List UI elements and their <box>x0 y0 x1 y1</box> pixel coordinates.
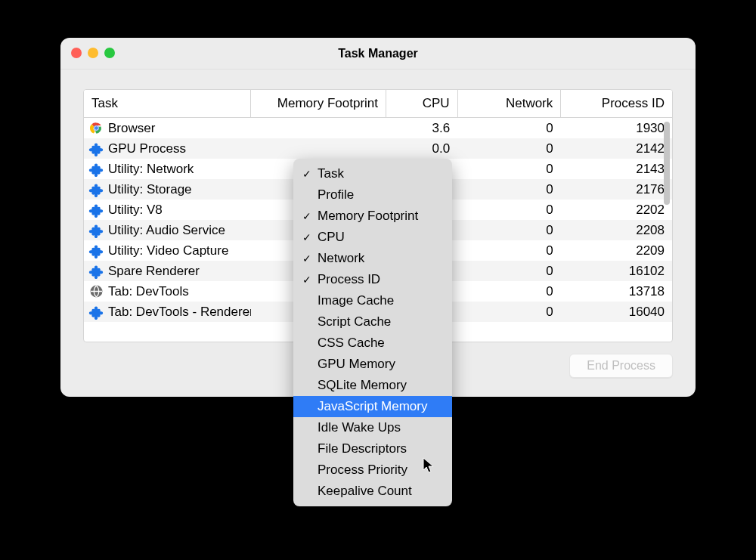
task-name: Utility: V8 <box>108 203 163 218</box>
pid-cell: 2202 <box>561 200 672 220</box>
pid-cell: 2208 <box>561 220 672 240</box>
network-cell: 0 <box>457 281 561 302</box>
menu-item-label: Task <box>318 166 344 181</box>
menu-item-label: SQLite Memory <box>318 378 407 393</box>
menu-item[interactable]: File Descriptors <box>293 438 452 459</box>
network-cell: 0 <box>457 118 561 139</box>
network-cell: 0 <box>457 302 561 322</box>
pid-cell: 2142 <box>561 138 672 159</box>
menu-item-label: Script Cache <box>318 314 391 330</box>
task-name: Spare Renderer <box>108 264 200 279</box>
globe-icon <box>88 284 104 299</box>
task-cell: Utility: Audio Service <box>84 220 251 240</box>
column-memory[interactable]: Memory Footprint <box>251 90 386 118</box>
chrome-icon <box>89 121 104 135</box>
menu-item-label: Idle Wake Ups <box>318 420 401 435</box>
column-cpu[interactable]: CPU <box>386 90 458 118</box>
task-name: GPU Process <box>108 141 186 156</box>
menu-item-label: Profile <box>318 187 354 203</box>
cpu-cell: 3.6 <box>386 118 458 139</box>
puzzle-icon <box>88 223 104 238</box>
menu-item-label: CSS Cache <box>318 336 385 351</box>
task-name: Tab: DevTools - Renderer <box>108 305 251 320</box>
task-cell: GPU Process <box>84 138 251 159</box>
traffic-lights <box>71 48 115 58</box>
menu-item[interactable]: SQLite Memory <box>293 375 452 396</box>
task-cell: Spare Renderer <box>84 261 251 281</box>
menu-item-label: Memory Footprint <box>318 209 418 224</box>
puzzle-icon <box>88 203 104 218</box>
menu-item[interactable]: Keepalive Count <box>293 481 452 502</box>
titlebar: Task Manager <box>60 38 696 70</box>
menu-item[interactable]: Image Cache <box>293 290 452 311</box>
pid-cell: 2176 <box>561 179 672 200</box>
menu-item[interactable]: ✓Process ID <box>293 269 452 290</box>
network-cell: 0 <box>457 220 561 240</box>
puzzle-icon <box>88 223 104 238</box>
task-cell: Tab: DevTools - Renderer <box>84 302 251 322</box>
menu-item[interactable]: ✓Task <box>293 163 452 184</box>
zoom-window-icon[interactable] <box>104 48 115 58</box>
task-name: Tab: DevTools <box>108 284 189 299</box>
task-cell: Browser <box>84 118 251 138</box>
pid-cell: 2143 <box>561 159 672 179</box>
column-task[interactable]: Task <box>84 90 251 118</box>
puzzle-icon <box>88 243 104 258</box>
menu-item[interactable]: ✓Memory Footprint <box>293 206 452 227</box>
task-name: Utility: Audio Service <box>108 223 225 238</box>
column-headers: Task Memory Footprint CPU Network Proces… <box>84 90 672 118</box>
network-cell: 0 <box>457 200 561 220</box>
task-cell: Tab: DevTools <box>84 281 251 302</box>
cpu-cell: 0.0 <box>386 138 458 159</box>
task-name: Utility: Network <box>108 162 194 177</box>
column-pid[interactable]: Process ID <box>561 90 672 118</box>
memory-cell <box>251 118 386 139</box>
pid-cell: 2209 <box>561 240 672 261</box>
menu-item[interactable]: JavaScript Memory <box>293 396 452 417</box>
end-process-button[interactable]: End Process <box>569 354 673 378</box>
task-cell: Utility: Network <box>84 159 251 179</box>
menu-item[interactable]: ✓CPU <box>293 227 452 248</box>
menu-item-label: JavaScript Memory <box>318 399 427 414</box>
menu-item[interactable]: ✓Network <box>293 248 452 269</box>
menu-item[interactable]: CSS Cache <box>293 333 452 354</box>
menu-item[interactable]: Script Cache <box>293 311 452 333</box>
menu-item-label: Keepalive Count <box>318 484 412 499</box>
puzzle-icon <box>88 264 104 279</box>
check-icon: ✓ <box>301 210 313 222</box>
pid-cell: 1930 <box>561 118 672 139</box>
puzzle-icon <box>88 243 104 258</box>
menu-item-label: Network <box>318 251 364 266</box>
network-cell: 0 <box>457 159 561 179</box>
puzzle-icon <box>88 182 104 197</box>
minimize-window-icon[interactable] <box>88 48 98 58</box>
column-network[interactable]: Network <box>457 90 561 118</box>
menu-item[interactable]: Idle Wake Ups <box>293 417 452 438</box>
puzzle-icon <box>88 162 104 177</box>
task-name: Browser <box>108 121 155 136</box>
check-icon: ✓ <box>301 274 313 286</box>
close-window-icon[interactable] <box>71 48 82 58</box>
pid-cell: 13718 <box>561 281 672 302</box>
menu-item-label: Image Cache <box>318 293 394 308</box>
task-cell: Utility: V8 <box>84 200 251 220</box>
footer: End Process <box>569 354 673 378</box>
menu-item-label: Process Priority <box>318 463 407 478</box>
network-cell: 0 <box>457 240 561 261</box>
puzzle-icon <box>88 141 104 156</box>
table-row[interactable]: GPU Process0.002142 <box>84 138 672 159</box>
puzzle-icon <box>88 162 104 177</box>
puzzle-icon <box>88 305 104 320</box>
globe-icon <box>89 284 104 299</box>
table-row[interactable]: Browser3.601930 <box>84 118 672 139</box>
task-cell: Utility: Video Capture <box>84 240 251 261</box>
task-name: Utility: Storage <box>108 182 192 197</box>
menu-item[interactable]: GPU Memory <box>293 354 452 375</box>
cursor-icon <box>423 457 435 474</box>
menu-item[interactable]: Profile <box>293 184 452 206</box>
network-cell: 0 <box>457 261 561 281</box>
menu-item-label: File Descriptors <box>318 441 407 456</box>
check-icon: ✓ <box>301 231 313 243</box>
columns-context-menu: ✓TaskProfile✓Memory Footprint✓CPU✓Networ… <box>293 159 452 506</box>
scrollbar[interactable] <box>664 122 670 205</box>
